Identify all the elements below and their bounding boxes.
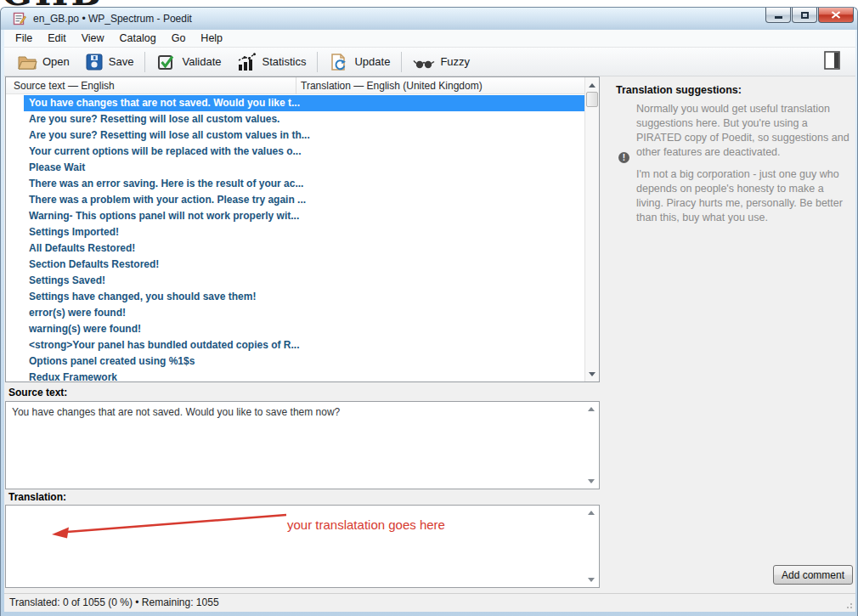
clipped-background-text: GHB xyxy=(2,0,104,7)
scroll-down-icon[interactable] xyxy=(585,367,599,381)
list-item[interactable]: Warning- This options panel will not wor… xyxy=(24,208,584,224)
source-text-box: You have changes that are not saved. Wou… xyxy=(5,401,600,489)
scroll-up-icon[interactable] xyxy=(585,78,599,92)
list-item[interactable]: Settings Imported! xyxy=(24,224,584,240)
poedit-window: en_GB.po • WP_Spectrum - Poedit File Edi… xyxy=(0,7,858,616)
statistics-button[interactable]: Statistics xyxy=(229,50,313,74)
main-area: Source text — English Translation — Engl… xyxy=(4,76,855,593)
window-controls xyxy=(765,8,854,23)
menu-catalog[interactable]: Catalog xyxy=(112,31,164,46)
open-button[interactable]: Open xyxy=(9,50,77,74)
validate-label: Validate xyxy=(182,55,221,68)
maximize-icon xyxy=(801,12,809,19)
add-comment-button[interactable]: Add comment xyxy=(773,565,853,585)
translation-label: Translation: xyxy=(8,491,66,503)
resize-grip[interactable] xyxy=(843,599,853,609)
list-item[interactable]: warning(s) were found! xyxy=(24,321,584,337)
list-item[interactable]: Are you sure? Resetting will lose all cu… xyxy=(24,111,584,127)
translation-list: Source text — English Translation — Engl… xyxy=(5,76,600,382)
scroll-up-icon[interactable] xyxy=(588,511,595,515)
list-item[interactable]: <strong>Your panel has bundled outdated … xyxy=(24,337,584,353)
maximize-button[interactable] xyxy=(792,8,817,23)
fuzzy-glasses-icon xyxy=(413,54,435,71)
update-button[interactable]: Update xyxy=(321,50,398,74)
toolbar-separator xyxy=(401,52,402,72)
list-item[interactable]: Section Defaults Restored! xyxy=(24,257,584,273)
list-item[interactable]: Please Wait xyxy=(24,160,584,176)
menu-go[interactable]: Go xyxy=(164,31,194,46)
open-label: Open xyxy=(42,55,70,68)
suggestions-sidebar: Translation suggestions: Normally you wo… xyxy=(601,76,855,593)
menu-help[interactable]: Help xyxy=(193,31,230,46)
scroll-down-icon[interactable] xyxy=(588,479,595,483)
sidebar-toggle-button[interactable] xyxy=(823,50,842,74)
translation-input[interactable]: your translatation goes here xyxy=(5,505,600,588)
list-header: Source text — English Translation — Engl… xyxy=(6,77,584,94)
scroll-up-icon[interactable] xyxy=(588,407,595,411)
save-label: Save xyxy=(109,55,134,68)
translation-scrollbar[interactable] xyxy=(584,506,598,586)
save-button[interactable]: Save xyxy=(77,50,142,74)
alert-exclamation-icon xyxy=(618,152,629,163)
menu-file[interactable]: File xyxy=(8,31,40,46)
validate-check-icon xyxy=(156,53,177,71)
minimize-icon xyxy=(775,16,782,19)
suggestions-paragraph-1: Normally you would get useful translatio… xyxy=(636,102,850,160)
column-source-text[interactable]: Source text — English xyxy=(14,80,115,92)
save-floppy-icon xyxy=(85,53,104,71)
toolbar: Open Save Validate xyxy=(4,48,855,76)
list-item[interactable]: Settings have changed, you should save t… xyxy=(24,289,584,305)
close-button[interactable] xyxy=(818,8,854,23)
update-label: Update xyxy=(354,55,390,68)
statistics-chart-icon xyxy=(236,53,257,71)
annotation-text: your translatation goes here xyxy=(287,517,445,532)
column-translation[interactable]: Translation — English (United Kingdom) xyxy=(301,80,483,92)
list-item[interactable]: You have changes that are not saved. Wou… xyxy=(24,95,584,111)
list-rows: You have changes that are not saved. Wou… xyxy=(7,95,584,381)
toolbar-separator xyxy=(144,52,145,72)
title-bar[interactable]: en_GB.po • WP_Spectrum - Poedit xyxy=(1,8,857,30)
list-scrollbar[interactable] xyxy=(584,77,599,381)
source-text-value: You have changes that are not saved. Wou… xyxy=(12,406,579,418)
list-item[interactable]: Are you sure? Resetting will lose all cu… xyxy=(24,127,584,144)
suggestions-paragraph-2: I'm not a big corporation - just one guy… xyxy=(636,167,850,225)
list-item[interactable]: error(s) were found! xyxy=(24,305,584,321)
validate-button[interactable]: Validate xyxy=(149,50,229,74)
column-divider[interactable] xyxy=(296,77,296,94)
status-bar: Translated: 0 of 1055 (0 %) • Remaining:… xyxy=(4,593,855,612)
list-item[interactable]: Your current options will be replaced wi… xyxy=(24,144,584,160)
window-title: en_GB.po • WP_Spectrum - Poedit xyxy=(33,13,192,25)
close-icon xyxy=(831,11,841,19)
minimize-button[interactable] xyxy=(765,8,791,23)
menu-bar: File Edit View Catalog Go Help xyxy=(4,30,855,48)
source-text-label: Source text: xyxy=(8,387,67,398)
list-item[interactable]: There was a problem with your action. Pl… xyxy=(24,192,584,208)
fuzzy-label: Fuzzy xyxy=(440,55,470,68)
menu-edit[interactable]: Edit xyxy=(40,31,74,46)
list-item[interactable]: All Defaults Restored! xyxy=(24,240,584,257)
list-item[interactable]: There was an error saving. Here is the r… xyxy=(24,176,584,192)
scrollbar-thumb[interactable] xyxy=(586,92,598,107)
scroll-down-icon[interactable] xyxy=(588,578,595,582)
poedit-document-icon xyxy=(13,12,26,25)
list-item[interactable]: Redux Framework xyxy=(24,370,584,381)
suggestions-title: Translation suggestions: xyxy=(616,84,742,96)
list-item[interactable]: Options panel created using %1$s xyxy=(24,353,584,370)
menu-view[interactable]: View xyxy=(74,31,112,46)
source-scrollbar[interactable] xyxy=(584,403,598,488)
open-folder-icon xyxy=(17,53,37,71)
update-refresh-icon xyxy=(329,53,349,71)
sidebar-toggle-icon xyxy=(823,50,842,71)
statistics-label: Statistics xyxy=(262,55,306,68)
list-item[interactable]: Settings Saved! xyxy=(24,273,584,289)
toolbar-separator xyxy=(317,52,318,72)
status-text: Translated: 0 of 1055 (0 %) • Remaining:… xyxy=(9,596,219,608)
fuzzy-button[interactable]: Fuzzy xyxy=(405,51,477,73)
